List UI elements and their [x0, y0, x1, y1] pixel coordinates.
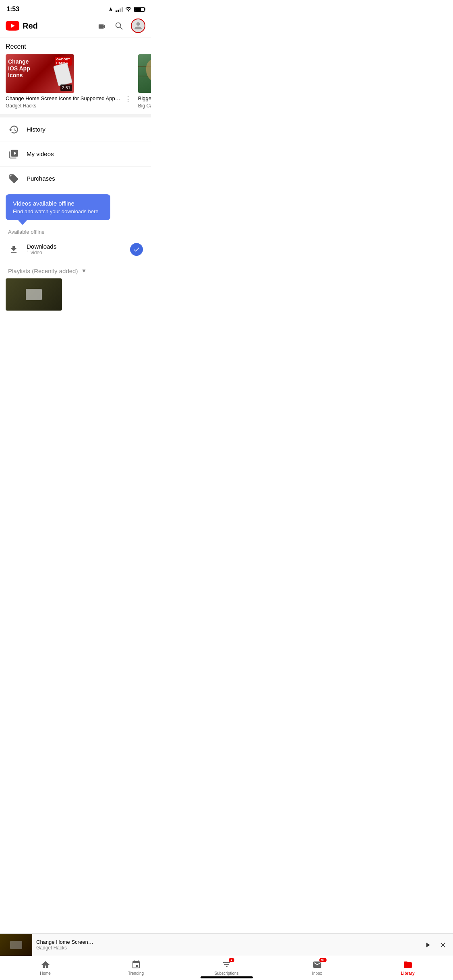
menu-item-purchases[interactable]: Purchases	[0, 167, 151, 191]
tooltip-title: Videos available offline	[13, 200, 103, 207]
playlists-header[interactable]: Playlists (Recently added) ▼	[0, 261, 151, 278]
purchases-label: Purchases	[27, 175, 55, 182]
tooltip-description: Find and watch your downloads here	[13, 208, 103, 214]
svg-line-1	[120, 27, 122, 29]
status-bar: 1:53	[0, 0, 151, 16]
recent-scroll[interactable]: ChangeiOS AppIcons GADGETHACKS 2:51 Chan…	[0, 54, 151, 114]
search-icon[interactable]	[114, 21, 124, 31]
menu-section: History My videos Purchases	[0, 117, 151, 191]
tooltip-box: Videos available offline Find and watch …	[6, 194, 110, 220]
chevron-down-icon: ▼	[81, 268, 87, 274]
video-card-1[interactable]: ChangeiOS AppIcons GADGETHACKS 2:51 Chan…	[6, 54, 133, 109]
logo-text: Red	[23, 21, 38, 31]
header: Red	[0, 16, 151, 37]
video-duration-1: 2:51	[60, 84, 72, 91]
logo-area[interactable]: Red	[6, 21, 38, 31]
playlist-preview[interactable]	[6, 278, 62, 311]
video-thumb-2: 1:41	[138, 54, 151, 93]
recent-section: Recent ChangeiOS AppIcons GADGETHACKS 2:…	[0, 37, 151, 114]
menu-item-my-videos[interactable]: My videos	[0, 142, 151, 167]
video-title-1: Change Home Screen Icons for Supported A…	[6, 95, 120, 102]
wifi-icon	[125, 7, 132, 12]
svg-point-0	[116, 23, 121, 28]
downloads-row[interactable]: Downloads 1 video	[0, 238, 151, 261]
signal-bars	[116, 6, 123, 12]
downloads-check-icon	[130, 243, 143, 256]
more-button-1[interactable]: ⋮	[123, 95, 133, 103]
downloads-subtitle: 1 video	[27, 250, 130, 255]
video-title-2: Biggest Cat That Purrs And Meows	[138, 95, 151, 102]
download-icon	[8, 244, 19, 255]
header-icons	[97, 19, 145, 33]
video-card-2[interactable]: 1:41 Biggest Cat That Purrs And Meows Bi…	[138, 54, 151, 109]
section-divider-1	[0, 114, 151, 117]
playlists-label: Playlists (Recently added)	[8, 268, 78, 274]
video-thumb-1: ChangeiOS AppIcons GADGETHACKS 2:51	[6, 54, 74, 93]
video-channel-1: Gadget Hacks	[6, 103, 120, 109]
status-icons	[108, 6, 145, 12]
my-videos-label: My videos	[27, 150, 54, 157]
downloads-title: Downloads	[27, 243, 130, 250]
camera-icon[interactable]	[97, 21, 107, 31]
status-time: 1:53	[6, 6, 19, 13]
avatar[interactable]	[131, 19, 145, 33]
history-icon	[8, 124, 19, 135]
recent-label: Recent	[0, 37, 151, 54]
history-label: History	[27, 126, 46, 133]
tooltip-wrapper: Videos available offline Find and watch …	[0, 194, 151, 220]
video-channel-2: Big Cat Rescue	[138, 103, 151, 109]
purchases-icon	[8, 173, 19, 184]
menu-item-history[interactable]: History	[0, 117, 151, 142]
youtube-red-logo	[6, 21, 19, 31]
battery-icon	[134, 7, 145, 12]
my-videos-icon	[8, 148, 19, 160]
location-icon	[108, 7, 113, 12]
